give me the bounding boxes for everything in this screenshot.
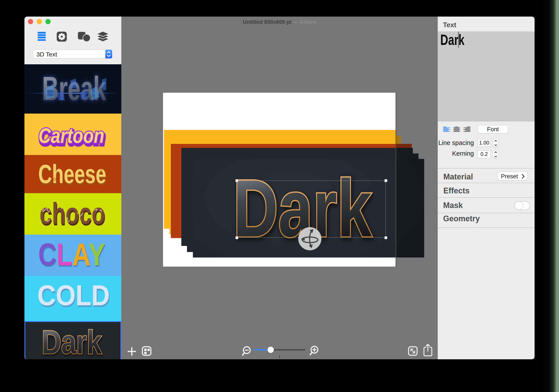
svg-text:Cheese: Cheese	[38, 159, 106, 189]
svg-text:COLD: COLD	[37, 279, 110, 311]
svg-text:Cartoon: Cartoon	[38, 124, 104, 147]
svg-text:Dark: Dark	[42, 324, 102, 359]
svg-text:Dark: Dark	[440, 31, 465, 48]
svg-text:CLAY: CLAY	[38, 237, 105, 272]
svg-text:choco: choco	[39, 196, 105, 230]
